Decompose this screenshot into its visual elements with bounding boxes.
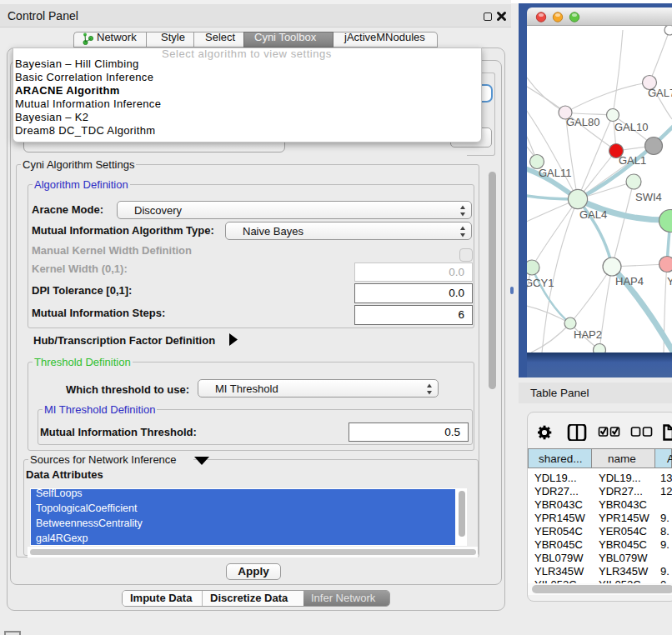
svg-text:GAL7: GAL7 xyxy=(648,87,672,99)
svg-text:HAP2: HAP2 xyxy=(574,328,602,341)
svg-text:GAL1: GAL1 xyxy=(619,154,646,167)
svg-text:GAL4: GAL4 xyxy=(579,208,607,221)
svg-text:GAL10: GAL10 xyxy=(614,121,648,133)
svg-text:GAL80: GAL80 xyxy=(566,116,599,128)
svg-text:GCY1: GCY1 xyxy=(527,277,554,289)
svg-text:HAP4: HAP4 xyxy=(615,275,644,288)
svg-text:SWI4: SWI4 xyxy=(635,191,662,203)
svg-text:GAL11: GAL11 xyxy=(539,167,572,179)
svg-text:Y: Y xyxy=(667,275,672,288)
